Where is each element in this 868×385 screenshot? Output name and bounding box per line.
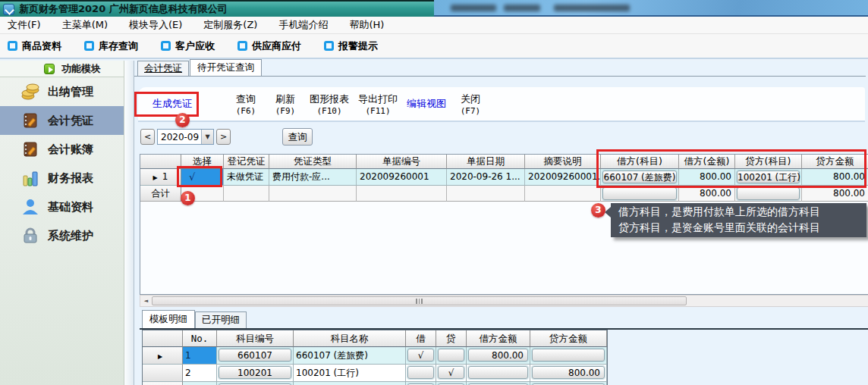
account-code-cell: 100201 xyxy=(217,365,294,382)
sidebar-splitter[interactable] xyxy=(124,61,134,385)
credit-check-cell xyxy=(436,347,467,365)
refresh-f9-button[interactable]: 刷新 (F9) xyxy=(266,89,305,119)
credit-amount-button[interactable]: 800.00 xyxy=(532,366,605,379)
toolbar-item-payable[interactable]: 供应商应付 xyxy=(237,39,301,53)
blurred-background-window xyxy=(554,5,630,11)
title-bar-app[interactable]: 新页财务管理2020 广州新页信息科技有限公司 xyxy=(0,0,434,17)
prev-month-button[interactable]: < xyxy=(140,129,155,145)
no-cell[interactable]: 1 xyxy=(183,347,217,365)
col-header-account-code: 科目编号 xyxy=(217,330,294,347)
no-cell[interactable] xyxy=(183,382,217,385)
doc-date-cell[interactable]: 2020-09-26 1... xyxy=(447,169,525,186)
sidebar-item-maintenance[interactable]: 系统维护 xyxy=(0,221,124,250)
scrollbar-grip xyxy=(421,299,423,304)
debit-check-button[interactable] xyxy=(407,366,434,379)
credit-check-button[interactable]: √ xyxy=(438,366,464,379)
sidebar-item-reports[interactable]: 财务报表 xyxy=(0,164,124,192)
grid-corner-cell xyxy=(143,330,183,347)
row-header[interactable] xyxy=(143,365,183,382)
menu-module-import[interactable]: 模块导入(E) xyxy=(129,18,182,32)
summary-cell[interactable]: 202009260001... xyxy=(525,169,601,186)
account-name-cell[interactable] xyxy=(294,382,406,385)
tab-accounting-voucher[interactable]: 会计凭证 xyxy=(137,61,189,76)
close-f7-button[interactable]: 关闭 (F7) xyxy=(451,89,490,119)
no-cell[interactable]: 2 xyxy=(183,365,217,382)
graph-report-f10-button[interactable]: 图形报表 (F10) xyxy=(305,89,354,119)
annotation-tooltip: 借方科目，是费用付款单上所选的借方科目 贷方科目，是资金账号里面关联的会计科目 xyxy=(611,203,866,237)
query-button[interactable]: 查询 xyxy=(282,128,313,146)
detail-tab-strip: 模板明细 已开明细 xyxy=(142,310,247,329)
col-header-debit-amount: 借方金额 xyxy=(467,330,530,347)
col-header-voucher-type: 凭证类型 xyxy=(269,155,357,169)
toolbar-item-alert[interactable]: 报警提示 xyxy=(324,39,378,53)
blue-square-icon xyxy=(324,41,334,51)
voucher-type-cell[interactable]: 费用付款-应... xyxy=(269,169,357,186)
toolbar-item-inventory[interactable]: 库存查询 xyxy=(84,39,138,53)
sidebar-item-voucher[interactable]: 会计凭证 xyxy=(0,106,124,135)
debit-check-button[interactable]: √ xyxy=(407,349,434,362)
tab-issued-detail[interactable]: 已开明细 xyxy=(195,311,247,329)
period-bar: < 2020-09 ▼ > 查询 xyxy=(140,127,313,146)
export-print-f11-button[interactable]: 导出打印 (F11) xyxy=(354,89,402,119)
annotation-badge-2: 2 xyxy=(175,113,190,127)
total-credit-account-cell xyxy=(735,186,802,202)
play-icon xyxy=(44,64,55,74)
row-header[interactable]: ▶1 xyxy=(140,169,181,186)
menu-mobile-intro[interactable]: 手机端介绍 xyxy=(278,18,328,32)
scrollbar-grip xyxy=(419,299,420,304)
account-code-button[interactable]: 100201 xyxy=(219,366,291,379)
annotation-box-select-checkbox xyxy=(177,166,222,187)
tab-template-detail[interactable]: 模板明细 xyxy=(142,310,195,329)
grid-corner-cell xyxy=(140,155,181,169)
col-header-no: No. xyxy=(183,330,217,347)
sidebar-item-basic-data[interactable]: 基础资料 xyxy=(0,192,124,221)
toolbar-item-receivable[interactable]: 客户应收 xyxy=(161,39,215,53)
credit-amount-cell xyxy=(530,382,607,385)
chevron-down-icon[interactable]: ▼ xyxy=(201,130,213,144)
menu-file[interactable]: 文件(F) xyxy=(8,18,41,32)
account-code-button[interactable]: 660107 xyxy=(219,349,291,362)
account-name-cell[interactable]: 100201 (工行) xyxy=(294,365,406,382)
edit-view-button[interactable]: 编辑视图 xyxy=(402,89,451,119)
total-debit-account-button[interactable] xyxy=(602,187,677,200)
scrollbar-thumb[interactable] xyxy=(152,296,687,305)
credit-check-button[interactable] xyxy=(438,349,464,362)
sidebar-item-ledger[interactable]: 会计账簿 xyxy=(0,135,124,164)
credit-amount-button[interactable] xyxy=(532,349,605,362)
register-cell[interactable]: 未做凭证 xyxy=(224,169,269,186)
col-header-credit: 贷 xyxy=(436,330,467,347)
total-empty-cell xyxy=(269,186,357,202)
row-header[interactable]: ▶ xyxy=(143,347,183,365)
debit-amount-button[interactable]: 800.00 xyxy=(468,349,528,362)
horizontal-scrollbar[interactable]: ◄ xyxy=(140,295,868,307)
sidebar-item-cashier[interactable]: 出纳管理 xyxy=(0,77,124,106)
coins-icon xyxy=(21,83,39,100)
annotation-badge-3: 3 xyxy=(591,203,605,218)
tab-pending-voucher-query[interactable]: 待开凭证查询 xyxy=(190,59,262,76)
account-name-cell[interactable]: 660107 (差旅费) xyxy=(294,347,406,365)
col-header-register: 登记凭证 xyxy=(224,155,269,169)
template-detail-grid: No. 科目编号 科目名称 借 贷 借方金额 贷方金额 ▶ 1 660107 6… xyxy=(142,330,608,385)
blurred-background-window xyxy=(504,5,540,11)
lock-icon xyxy=(21,227,39,244)
toolbar-item-goods[interactable]: 商品资料 xyxy=(8,39,61,53)
menu-help[interactable]: 帮助(H) xyxy=(349,18,384,32)
menu-main[interactable]: 主菜单(M) xyxy=(62,18,108,32)
next-month-button[interactable]: > xyxy=(216,129,231,145)
col-header-credit-amount: 贷方金额 xyxy=(530,330,607,347)
query-f6-button[interactable]: 查询 (F6) xyxy=(226,89,266,119)
col-header-doc-date: 单据日期 xyxy=(447,155,525,169)
row-header[interactable] xyxy=(143,382,183,385)
menu-custom-service[interactable]: 定制服务(Z) xyxy=(203,18,257,32)
credit-check-cell xyxy=(436,382,467,385)
blurred-background-window xyxy=(451,5,496,11)
action-bar: 生成凭证 查询 (F6) 刷新 (F9) 图形报表 (F10) 导出打印 (F1… xyxy=(138,87,865,122)
debit-amount-cell xyxy=(467,382,530,385)
period-select[interactable]: 2020-09 ▼ xyxy=(157,129,214,145)
doc-no-cell[interactable]: 202009260001 xyxy=(357,169,447,186)
debit-amount-button[interactable] xyxy=(468,366,528,379)
total-row-header: 合计 xyxy=(140,186,181,202)
tab-strip: 会计凭证 待开凭证查询 xyxy=(137,61,263,76)
total-credit-account-button[interactable] xyxy=(737,187,800,200)
scroll-left-icon[interactable]: ◄ xyxy=(141,296,151,305)
